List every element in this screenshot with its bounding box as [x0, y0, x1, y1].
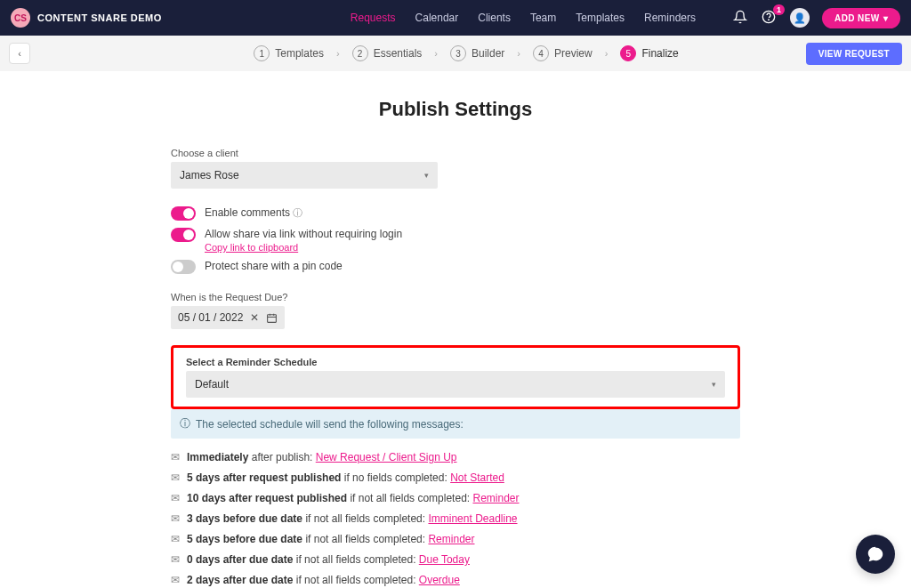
bell-icon[interactable] [733, 10, 749, 26]
schedule-row: ✉ 5 days after request published if no f… [171, 471, 740, 484]
chevron-right-icon: › [517, 48, 520, 59]
step-num: 3 [450, 45, 466, 61]
brand-name: CONTENT SNARE DEMO [37, 12, 162, 23]
info-bar-text: The selected schedule will send the foll… [196, 418, 464, 431]
publish-form: Choose a client James Rose ▾ Enable comm… [171, 148, 740, 588]
due-label: When is the Request Due? [171, 292, 740, 302]
toggle-comments-label: Enable comments ⓘ [205, 206, 302, 220]
page-title: Publish Settings [162, 98, 749, 121]
chevron-down-icon: ▾ [424, 171, 429, 180]
step-essentials[interactable]: 2Essentials [352, 45, 423, 61]
avatar[interactable]: 👤 [790, 8, 810, 28]
svg-rect-2 [268, 314, 277, 322]
brand-badge: CS [11, 8, 30, 28]
schedule-row: ✉ Immediately after publish: New Request… [171, 451, 740, 463]
nav-link-clients[interactable]: Clients [478, 12, 511, 24]
help-icon[interactable]: 1 [762, 10, 778, 26]
step-num: 1 [254, 45, 270, 61]
nav-link-calendar[interactable]: Calendar [415, 12, 459, 24]
brand[interactable]: CS CONTENT SNARE DEMO [11, 8, 162, 28]
envelope-icon: ✉ [171, 492, 180, 504]
schedule-link-overdue[interactable]: Overdue [419, 574, 460, 586]
step-finalize[interactable]: 5Finalize [620, 45, 678, 61]
chevron-down-icon: ▾ [883, 13, 888, 23]
schedule-row: ✉ 3 days before due date if not all fiel… [171, 512, 740, 525]
toggle-comments[interactable] [171, 206, 196, 221]
toggle-share-label: Allow share via link without requiring l… [205, 228, 402, 240]
toggle-share[interactable] [171, 228, 196, 242]
chevron-right-icon: › [336, 48, 340, 59]
schedule-list: ✉ Immediately after publish: New Request… [171, 451, 740, 586]
reminder-highlight-box: Select a Reminder Schedule Default ▾ [171, 345, 740, 409]
client-label: Choose a client [171, 148, 740, 158]
add-new-button[interactable]: ADD NEW ▾ [822, 8, 900, 28]
copy-link[interactable]: Copy link to clipboard [205, 242, 402, 253]
steps: 1Templates › 2Essentials › 3Builder › 4P… [254, 45, 679, 61]
client-select[interactable]: James Rose ▾ [171, 162, 438, 189]
step-label: Essentials [374, 47, 423, 60]
svg-point-1 [769, 20, 770, 20]
chevron-down-icon: ▾ [712, 380, 716, 389]
question-icon[interactable]: ⓘ [293, 207, 302, 218]
toggle-protect[interactable] [171, 260, 196, 274]
calendar-icon[interactable] [266, 312, 278, 324]
schedule-row: ✉ 0 days after due date if not all field… [171, 553, 740, 566]
schedule-link-reminder-2[interactable]: Reminder [428, 533, 474, 545]
schedule-row: ✉ 10 days after request published if not… [171, 492, 740, 504]
step-num: 5 [620, 45, 636, 61]
back-button[interactable]: ‹ [9, 43, 30, 64]
envelope-icon: ✉ [171, 574, 180, 586]
schedule-link-reminder[interactable]: Reminder [472, 492, 519, 504]
nav-link-reminders[interactable]: Reminders [644, 12, 696, 24]
schedule-link-new-request[interactable]: New Request / Client Sign Up [316, 451, 457, 463]
toggle-comments-row: Enable comments ⓘ [171, 206, 740, 221]
step-label: Preview [554, 47, 593, 60]
help-badge: 1 [773, 4, 785, 15]
step-num: 4 [533, 45, 549, 61]
reminder-label: Select a Reminder Schedule [186, 357, 725, 367]
toggle-protect-label: Protect share with a pin code [205, 260, 343, 272]
info-icon: ⓘ [180, 416, 190, 431]
nav-link-requests[interactable]: Requests [351, 12, 396, 24]
step-builder[interactable]: 3Builder [450, 45, 504, 61]
due-date-input[interactable]: 05 / 01 / 2022 ✕ [171, 306, 285, 329]
toggle-protect-row: Protect share with a pin code [171, 260, 740, 274]
clear-date-icon[interactable]: ✕ [250, 311, 259, 324]
step-label: Builder [472, 47, 504, 60]
step-num: 2 [352, 45, 368, 61]
schedule-link-not-started[interactable]: Not Started [450, 471, 504, 484]
chevron-right-icon: › [605, 48, 609, 59]
envelope-icon: ✉ [171, 533, 180, 545]
nav-links: Requests Calendar Clients Team Templates… [351, 8, 900, 28]
nav-link-team[interactable]: Team [530, 12, 556, 24]
envelope-icon: ✉ [171, 451, 180, 463]
chevron-right-icon: › [434, 48, 438, 59]
envelope-icon: ✉ [171, 512, 180, 525]
toggles-group: Enable comments ⓘ Allow share via link w… [171, 206, 740, 274]
toggle-share-row: Allow share via link without requiring l… [171, 228, 740, 253]
step-label: Templates [275, 47, 324, 60]
add-new-label: ADD NEW [834, 13, 880, 23]
step-label: Finalize [641, 47, 678, 60]
main: Publish Settings Choose a client James R… [153, 71, 758, 588]
top-nav: CS CONTENT SNARE DEMO Requests Calendar … [0, 0, 911, 36]
schedule-link-due-today[interactable]: Due Today [419, 553, 470, 566]
client-value: James Rose [180, 169, 239, 181]
reminder-select[interactable]: Default ▾ [186, 371, 725, 398]
due-date-value: 05 / 01 / 2022 [178, 311, 243, 324]
main-scroll[interactable]: Publish Settings Choose a client James R… [0, 71, 911, 588]
nav-link-templates[interactable]: Templates [576, 12, 625, 24]
due-section: When is the Request Due? 05 / 01 / 2022 … [171, 292, 740, 329]
nav-icons: 1 👤 ADD NEW ▾ [733, 8, 900, 28]
reminder-value: Default [195, 378, 229, 391]
schedule-link-imminent[interactable]: Imminent Deadline [428, 512, 517, 525]
steps-bar: ‹ 1Templates › 2Essentials › 3Builder › … [0, 36, 911, 71]
schedule-info-bar: ⓘ The selected schedule will send the fo… [171, 409, 740, 439]
step-preview[interactable]: 4Preview [533, 45, 593, 61]
envelope-icon: ✉ [171, 471, 180, 484]
envelope-icon: ✉ [171, 553, 180, 566]
view-request-button[interactable]: VIEW REQUEST [806, 43, 902, 65]
schedule-row: ✉ 2 days after due date if not all field… [171, 574, 740, 586]
chat-bubble[interactable] [856, 535, 895, 574]
step-templates[interactable]: 1Templates [254, 45, 324, 61]
